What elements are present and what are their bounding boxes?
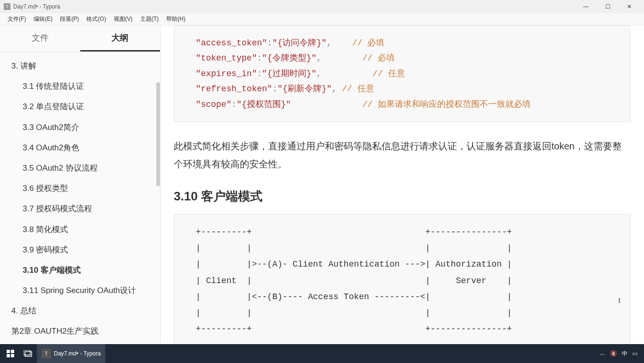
tab-files[interactable]: 文件 [0,26,80,52]
tray-notifications-icon[interactable]: ▭ [632,350,637,357]
app-icon: T [4,3,10,10]
outline-item[interactable]: 第2章 OAUTH2生产实践 [0,321,160,341]
windows-taskbar: T Day7.md• - Typora ︿ 🔇 中 ▭ [0,344,644,363]
task-view-icon [24,350,32,357]
code-line: "expires_in":"{过期时间}", // 任意 [186,66,619,81]
outline-item[interactable]: 3. 讲解 [0,56,160,76]
editor-content[interactable]: "access_token":"{访问令牌}", // 必填 "token_ty… [161,26,644,344]
windows-icon [7,350,14,357]
menu-paragraph[interactable]: 段落(P) [56,13,83,25]
svg-rect-5 [25,352,32,356]
svg-rect-1 [11,350,14,353]
sidebar: 文件 大纲 3. 讲解3.1 传统登陆认证3.2 单点登陆认证3.3 OAuth… [0,26,161,344]
outline-list[interactable]: 3. 讲解3.1 传统登陆认证3.2 单点登陆认证3.3 OAuth2简介3.4… [0,52,160,344]
outline-item[interactable]: 3.2 单点登陆认证 [0,96,160,117]
outline-item[interactable]: 3.8 简化模式 [0,219,160,240]
tray-ime-icon[interactable]: 中 [622,350,627,358]
code-line: "scope":"{授权范围}" // 如果请求和响应的授权范围不一致就必填 [186,97,619,112]
code-line: "refresh_token":"{刷新令牌}", // 任意 [186,81,619,96]
outline-item[interactable]: 3.5 OAuth2 协议流程 [0,158,160,178]
outline-item[interactable]: 3.6 授权类型 [0,178,160,199]
menu-theme[interactable]: 主题(T) [136,13,162,25]
window-title: Day7.md• - Typora [13,3,575,10]
svg-rect-4 [24,350,30,355]
menu-view[interactable]: 视图(V) [110,13,136,25]
tray-volume-icon[interactable]: 🔇 [610,350,617,357]
menu-file[interactable]: 文件(F) [4,13,30,25]
code-block: "access_token":"{访问令牌}", // 必填 "token_ty… [174,26,631,122]
code-line: "token_type":"{令牌类型}", // 必填 [186,51,619,66]
outline-item[interactable]: 3.4 OAuth2角色 [0,138,160,158]
ascii-diagram: +---------+ +---------------+ | | | | | … [174,214,631,344]
task-view-button[interactable] [19,344,37,363]
taskbar-app-label: Day7.md• - Typora [54,350,101,357]
svg-rect-3 [11,354,14,357]
start-button[interactable] [2,344,19,363]
close-button[interactable]: ✕ [619,0,640,13]
minimize-button[interactable]: — [575,0,597,13]
outline-item[interactable]: 3.9 密码模式 [0,240,160,260]
code-line: "access_token":"{访问令牌}", // 必填 [186,35,619,51]
paragraph-text: 此模式简化相关步骤，直接通过用户和密码等隐私信息进行请求认证，认证服务器直接返回… [174,137,631,173]
main-area: 文件 大纲 3. 讲解3.1 传统登陆认证3.2 单点登陆认证3.3 OAuth… [0,26,644,344]
text-cursor-icon: I [618,297,620,305]
system-tray: ︿ 🔇 中 ▭ [595,350,642,358]
outline-item[interactable]: 3.10 客户端模式 [0,260,160,280]
taskbar-app-typora[interactable]: T Day7.md• - Typora [37,344,105,363]
window-title-bar: T Day7.md• - Typora — ☐ ✕ [0,0,644,13]
menu-bar: 文件(F) 编辑(E) 段落(P) 格式(O) 视图(V) 主题(T) 帮助(H… [0,13,644,26]
menu-format[interactable]: 格式(O) [83,13,110,25]
section-heading: 3.10 客户端模式 [174,188,631,205]
tray-chevron-icon[interactable]: ︿ [600,350,605,358]
menu-edit[interactable]: 编辑(E) [30,13,56,25]
svg-rect-2 [7,354,10,357]
menu-help[interactable]: 帮助(H) [162,13,189,25]
outline-item[interactable]: 3.11 Spring Security OAuth设计 [0,280,160,301]
sidebar-tabs: 文件 大纲 [0,26,160,52]
outline-item[interactable]: 3.3 OAuth2简介 [0,117,160,138]
sidebar-scrollbar[interactable] [156,82,160,186]
tab-outline[interactable]: 大纲 [80,26,161,52]
svg-rect-0 [7,350,10,353]
outline-item[interactable]: 3.7 授权码模式流程 [0,199,160,219]
maximize-button[interactable]: ☐ [597,0,619,13]
outline-item[interactable]: 3.1 传统登陆认证 [0,76,160,96]
outline-item[interactable]: 4. 总结 [0,301,160,321]
typora-icon: T [42,349,51,358]
window-controls: — ☐ ✕ [575,0,640,13]
